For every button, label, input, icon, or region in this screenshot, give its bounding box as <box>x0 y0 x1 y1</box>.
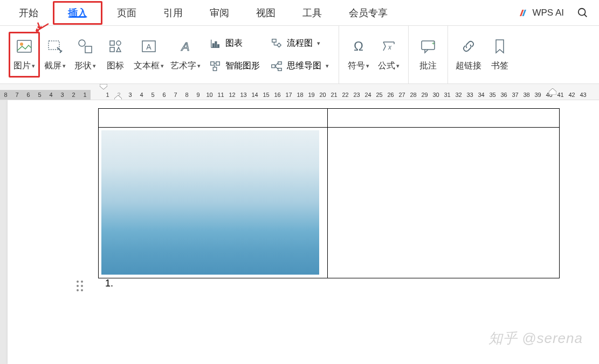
chevron-down-icon: ▾ <box>366 62 369 69</box>
mindmap-icon <box>271 60 283 72</box>
table-cell[interactable] <box>99 109 328 128</box>
mindmap-button[interactable]: 思维导图▾ <box>268 56 331 76</box>
svg-point-40 <box>77 281 79 283</box>
search-icon <box>577 7 589 19</box>
svg-marker-10 <box>116 47 121 52</box>
ribbon-toolbar: 图片▾ 截屏▾ 形状▾ 图标 A 文本框▾ A 艺术字▾ 图表 <box>0 26 599 84</box>
table-cell-with-image[interactable] <box>99 128 328 278</box>
chevron-down-icon: ▾ <box>93 62 96 69</box>
smartart-button[interactable]: 智能图形 <box>207 56 262 76</box>
comment-button[interactable]: + 批注 <box>413 33 443 76</box>
bookmark-button[interactable]: 书签 <box>485 33 515 76</box>
chevron-down-icon: ▾ <box>161 62 164 69</box>
chevron-down-icon: ▾ <box>317 40 320 47</box>
equation-button[interactable]: x 公式▾ <box>374 33 404 76</box>
hyperlink-icon <box>460 38 477 55</box>
svg-rect-16 <box>212 44 214 47</box>
equation-icon: x <box>380 38 397 55</box>
right-indent-marker-icon[interactable] <box>549 88 556 95</box>
svg-point-5 <box>79 40 85 46</box>
list-number-label: 1. <box>105 278 113 289</box>
flowchart-icon <box>271 38 283 50</box>
svg-text:x: x <box>388 44 392 51</box>
icons-icon <box>107 38 124 55</box>
svg-rect-18 <box>218 44 219 47</box>
comment-icon: + <box>419 38 437 55</box>
icons-button[interactable]: 图标 <box>100 33 130 76</box>
symbol-button[interactable]: Ω 符号▾ <box>343 33 374 76</box>
svg-text:Ω: Ω <box>354 39 363 53</box>
smartart-icon <box>209 60 221 72</box>
svg-text:A: A <box>146 43 152 51</box>
table-cell[interactable] <box>328 109 560 128</box>
document-table[interactable] <box>98 108 560 278</box>
indent-marker-icon[interactable] <box>114 95 122 100</box>
textbox-icon: A <box>140 38 157 55</box>
flowchart-button[interactable]: 流程图▾ <box>268 33 331 54</box>
svg-rect-28 <box>272 65 275 68</box>
svg-rect-21 <box>213 67 216 70</box>
drag-handle-icon[interactable] <box>75 279 84 292</box>
tab-view[interactable]: 视图 <box>243 0 289 26</box>
svg-point-42 <box>77 285 79 287</box>
chevron-down-icon: ▾ <box>32 62 35 69</box>
svg-rect-20 <box>216 61 219 65</box>
screenshot-icon <box>46 38 64 55</box>
ruler-positive-area: 1 2 3 4 5 6 7 8 9 10 11 12 13 14 15 16 1… <box>91 90 589 100</box>
svg-rect-30 <box>278 68 281 71</box>
textbox-button[interactable]: A 文本框▾ <box>130 33 167 76</box>
svg-line-1 <box>584 14 587 17</box>
svg-point-41 <box>81 281 83 283</box>
inserted-image[interactable] <box>101 130 319 275</box>
wordart-button[interactable]: A 艺术字▾ <box>167 33 204 76</box>
screenshot-button[interactable]: 截屏▾ <box>40 33 70 76</box>
first-line-indent-marker-icon[interactable] <box>100 84 107 89</box>
table-row[interactable] <box>99 109 560 128</box>
svg-point-0 <box>579 8 586 15</box>
svg-rect-29 <box>278 61 281 64</box>
tab-review[interactable]: 审阅 <box>196 0 243 26</box>
search-button[interactable] <box>572 2 594 24</box>
table-row[interactable] <box>99 128 560 278</box>
svg-marker-39 <box>549 88 556 95</box>
svg-rect-19 <box>211 61 214 65</box>
table-cell[interactable] <box>328 128 560 278</box>
svg-marker-25 <box>277 43 281 47</box>
bookmark-icon <box>491 38 508 55</box>
chevron-down-icon: ▾ <box>326 62 329 69</box>
watermark: 知乎 @serena <box>488 329 583 348</box>
svg-marker-38 <box>100 84 107 89</box>
symbol-icon: Ω <box>350 38 367 55</box>
svg-point-44 <box>77 289 79 291</box>
tab-tools[interactable]: 工具 <box>289 0 335 26</box>
wps-ai-button[interactable]: WPS AI <box>510 8 572 18</box>
svg-point-3 <box>20 43 23 46</box>
ruler-negative-area: 8 7 6 5 4 3 2 1 <box>0 90 91 100</box>
svg-marker-37 <box>114 95 122 100</box>
tab-reference[interactable]: 引用 <box>150 0 196 26</box>
chart-button[interactable]: 图表 <box>207 33 262 54</box>
tab-insert[interactable]: 插入 <box>53 1 102 25</box>
shapes-icon <box>77 38 94 55</box>
horizontal-ruler[interactable]: 8 7 6 5 4 3 2 1 1 2 3 4 5 6 7 8 9 10 11 … <box>0 84 599 100</box>
svg-line-32 <box>275 66 278 69</box>
svg-rect-9 <box>110 47 114 52</box>
document-page[interactable]: 1. 知乎 @serena <box>8 100 599 364</box>
tab-page[interactable]: 页面 <box>104 0 150 26</box>
svg-text:+: + <box>432 40 435 46</box>
hyperlink-button[interactable]: 超链接 <box>452 33 485 76</box>
document-area: 1. 知乎 @serena <box>0 100 599 364</box>
chart-icon <box>209 38 221 50</box>
svg-line-31 <box>275 62 278 66</box>
chevron-down-icon: ▾ <box>63 62 66 69</box>
insert-picture-button[interactable]: 图片▾ <box>9 32 40 78</box>
chevron-down-icon: ▾ <box>197 62 201 69</box>
picture-icon <box>16 38 33 55</box>
svg-text:A: A <box>181 40 190 53</box>
svg-rect-6 <box>85 46 92 53</box>
tab-member[interactable]: 会员专享 <box>335 0 401 26</box>
wordart-icon: A <box>177 38 194 55</box>
shapes-button[interactable]: 形状▾ <box>70 33 100 76</box>
svg-point-43 <box>81 285 83 287</box>
svg-rect-24 <box>272 39 276 42</box>
